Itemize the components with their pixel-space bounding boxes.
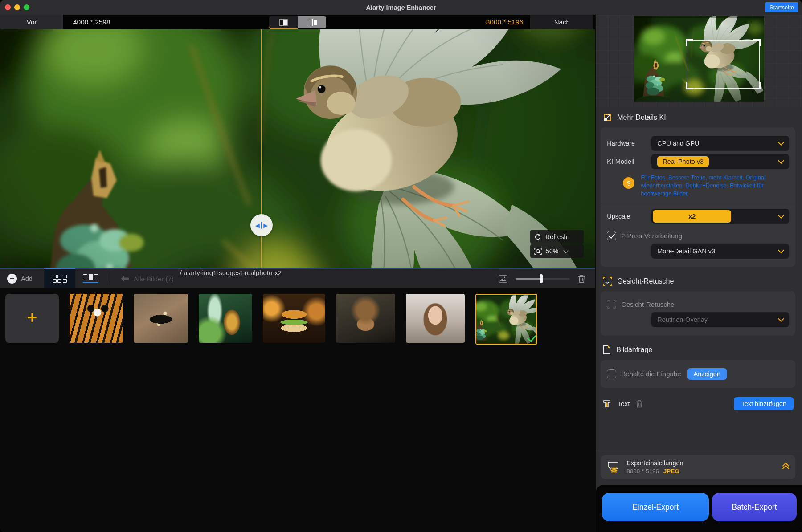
detail-section-header: Mehr Details KI: [601, 108, 795, 127]
toolbar-divider: [110, 273, 110, 284]
single-export-button[interactable]: Einzel-Export: [602, 493, 709, 521]
face-settings-card: Gesicht-Retusche Routinen-Overlay: [601, 291, 795, 336]
delete-image-icon[interactable]: [578, 275, 585, 283]
add-label: Add: [21, 275, 33, 282]
settings-sidebar: Mehr Details KI Hardware CPU and GPU KI-…: [595, 15, 802, 532]
current-file-name: / aiarty-img1-suggest-realphoto-x2: [180, 269, 282, 288]
grid-view-tab[interactable]: [44, 269, 75, 288]
split-view-button[interactable]: [269, 16, 298, 28]
document-icon: [602, 345, 611, 355]
add-image-tile[interactable]: +: [5, 294, 59, 343]
thumbnail-size-slider[interactable]: [516, 278, 570, 280]
upscale-label: Upscale: [607, 213, 651, 220]
upscale-dropdown[interactable]: x2: [651, 209, 789, 224]
detail-settings-card: Hardware CPU and GPU KI-Modell Real-Phot…: [601, 127, 795, 267]
split-divider-icon: [261, 222, 262, 229]
tab-before[interactable]: Vor: [0, 15, 63, 29]
grid-view-icon: [53, 275, 67, 283]
two-pass-checkbox[interactable]: [607, 231, 616, 240]
batch-export-button[interactable]: Batch-Export: [712, 493, 797, 521]
viewport-corner-icon: [686, 39, 693, 46]
collapse-chevrons-icon[interactable]: [783, 463, 788, 471]
refresh-button[interactable]: Refresh: [530, 230, 584, 244]
model-label: KI-Modell: [607, 158, 651, 165]
export-settings-icon: [606, 460, 621, 474]
settings-scroll-area: Mehr Details KI Hardware CPU and GPU KI-…: [596, 107, 802, 449]
thumbnail-steampunk-dog[interactable]: [336, 294, 395, 343]
viewer-controls: Refresh 50%: [530, 230, 584, 258]
side-by-side-view-button[interactable]: [298, 16, 326, 28]
face-mode-dropdown[interactable]: Routinen-Overlay: [651, 312, 789, 327]
viewport-corner-icon: [753, 82, 761, 89]
home-button[interactable]: Startseite: [765, 2, 798, 12]
zoom-level-control[interactable]: 50%: [530, 244, 584, 258]
hardware-label: Hardware: [607, 140, 651, 147]
before-half-overlay: [0, 29, 262, 268]
compare-split-handle[interactable]: ◀ ▶: [250, 214, 273, 236]
traffic-lights: [5, 4, 29, 10]
text-tool-row: Text Text hinzufügen: [601, 393, 795, 413]
thumbnail-terrarium-jar[interactable]: [199, 294, 252, 343]
minimize-window-button[interactable]: [14, 4, 20, 10]
navigator-panel: [596, 15, 802, 107]
split-view-icon: [279, 19, 288, 26]
export-settings-section: Exporteinstellungen 8000 * 5196 JPEG: [596, 449, 802, 485]
thumbnail-burger[interactable]: [263, 294, 325, 343]
after-size: 8000 * 5196: [486, 18, 524, 26]
close-window-button[interactable]: [5, 4, 11, 10]
navigator-viewport[interactable]: [687, 40, 760, 89]
thumbnail-size-slider-handle[interactable]: [540, 274, 543, 283]
delete-text-icon[interactable]: [636, 400, 643, 408]
zoom-window-button[interactable]: [24, 4, 29, 10]
export-settings-title: Exporteinstellungen: [626, 459, 683, 467]
zoom-level-value: 50%: [546, 248, 558, 255]
compare-view-toggles: [269, 16, 326, 28]
gan-model-value: More-Detail GAN v3: [657, 248, 715, 255]
chevron-down-icon: [778, 139, 784, 146]
two-pass-label: 2-Pass-Verarbeitung: [621, 232, 682, 240]
prompt-section-header: Bildanfrage: [601, 340, 795, 360]
help-icon[interactable]: ?: [623, 177, 634, 189]
plus-circle-icon: +: [7, 274, 17, 284]
titlebar: Aiarty Image Enhancer Startseite: [0, 0, 802, 15]
add-image-button[interactable]: + Add: [7, 274, 33, 284]
prompt-settings-card: Behalte die Eingabe Anzeigen: [601, 360, 795, 388]
export-settings-card[interactable]: Exporteinstellungen 8000 * 5196 JPEG: [601, 455, 795, 479]
window-title: Aiarty Image Enhancer: [0, 4, 802, 11]
image-canvas: ◀ ▶ Refresh: [0, 29, 595, 268]
text-tool-icon: [602, 399, 611, 408]
thumbnail-tiger[interactable]: [70, 294, 123, 343]
scale-up-icon: [602, 113, 612, 122]
compare-split-line[interactable]: ◀ ▶: [261, 29, 262, 268]
thumbnail-butterfly[interactable]: [134, 294, 188, 343]
thumbnail-woman-portrait[interactable]: [406, 294, 465, 343]
filmstrip-view-tab[interactable]: [75, 269, 106, 288]
tab-after[interactable]: Nach: [530, 15, 593, 29]
chevron-down-icon: [778, 247, 784, 253]
navigator-preview[interactable]: [634, 16, 764, 102]
hardware-dropdown[interactable]: CPU and GPU: [651, 136, 789, 151]
export-format: JPEG: [663, 468, 679, 475]
model-dropdown[interactable]: Real-Photo v3: [651, 154, 789, 169]
add-text-button[interactable]: Text hinzufügen: [734, 397, 794, 410]
model-help-text: Für Fotos. Bessere Treue, mehr Klarheit.…: [641, 174, 789, 198]
chevron-down-icon: [778, 212, 784, 219]
keep-input-checkbox[interactable]: [607, 369, 616, 378]
viewport-corner-icon: [753, 39, 761, 46]
check-icon: [609, 232, 615, 239]
model-value-badge: Real-Photo v3: [657, 156, 709, 167]
compare-topbar: Vor 4000 * 2598 8000 * 5196 Nach: [0, 15, 595, 29]
face-retouch-icon: [602, 276, 612, 286]
hardware-value: CPU and GPU: [657, 140, 699, 147]
back-arrow-icon[interactable]: [120, 275, 129, 282]
face-retouch-checkbox[interactable]: [607, 300, 616, 309]
thumbnail-strip: +: [0, 288, 595, 532]
card-divider: [601, 203, 795, 203]
export-buttons-bar: Einzel-Export Batch-Export: [596, 485, 802, 532]
all-images-link[interactable]: Alle Bilder (7): [134, 275, 174, 283]
face-retouch-label: Gesicht-Retusche: [621, 301, 674, 308]
thumbnail-bird-selected[interactable]: [475, 294, 537, 345]
before-size: 4000 * 2598: [73, 18, 110, 26]
show-prompt-button[interactable]: Anzeigen: [687, 368, 727, 380]
gan-model-dropdown[interactable]: More-Detail GAN v3: [651, 244, 789, 259]
